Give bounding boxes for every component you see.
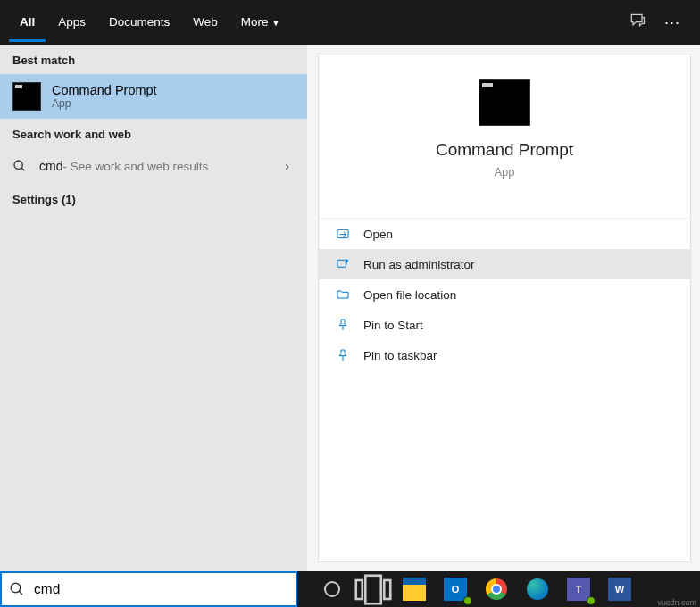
filter-bar: All Apps Documents Web More▼ ··· (0, 0, 700, 45)
search-work-web-header: Search work and web (0, 119, 307, 148)
svg-point-0 (14, 161, 22, 169)
search-icon (9, 581, 25, 597)
settings-header[interactable]: Settings (1) (0, 184, 307, 213)
preview-title: Command Prompt (328, 140, 681, 160)
bottom-row: O T W vucdn.com (0, 571, 700, 607)
file-explorer-icon (403, 578, 426, 601)
status-badge (587, 596, 596, 605)
filter-more[interactable]: More▼ (230, 3, 291, 42)
word-icon: W (608, 578, 631, 601)
action-label: Pin to taskbar (363, 349, 438, 362)
svg-rect-8 (384, 580, 390, 599)
svg-rect-2 (338, 229, 348, 237)
action-pin-taskbar[interactable]: Pin to taskbar (319, 340, 690, 370)
search-web-result[interactable]: cmd - See work and web results › (0, 148, 307, 184)
more-options-icon[interactable]: ··· (664, 13, 680, 32)
taskbar: O T W (297, 571, 700, 607)
web-hint: - See work and web results (62, 160, 208, 173)
cortana-icon (324, 581, 340, 597)
cortana-button[interactable] (313, 571, 351, 607)
filter-web[interactable]: Web (182, 3, 229, 42)
filter-apps[interactable]: Apps (47, 3, 96, 42)
feedback-icon[interactable] (629, 12, 646, 33)
search-box[interactable] (0, 571, 297, 607)
preview-header: Command Prompt App (319, 54, 690, 191)
task-view-icon (354, 574, 392, 605)
taskbar-teams[interactable]: T (560, 571, 597, 607)
chevron-down-icon: ▼ (272, 19, 280, 28)
cmd-icon (12, 82, 41, 111)
top-right-controls: ··· (629, 12, 680, 33)
result-title: Command Prompt (52, 83, 295, 97)
results-panel: Best match Command Prompt App Search wor… (0, 45, 307, 571)
taskbar-outlook[interactable]: O (437, 571, 474, 607)
action-pin-start[interactable]: Pin to Start (319, 310, 690, 340)
best-match-header: Best match (0, 45, 307, 74)
taskbar-word[interactable]: W (601, 571, 638, 607)
svg-point-4 (11, 583, 21, 593)
status-badge (463, 596, 472, 605)
cmd-large-icon (479, 79, 530, 126)
action-label: Open (363, 228, 393, 241)
action-run-admin[interactable]: Run as administrator (319, 249, 690, 279)
taskbar-edge[interactable] (519, 571, 556, 607)
edge-icon (527, 578, 548, 600)
open-icon (335, 227, 351, 241)
chevron-right-icon: › (285, 159, 289, 173)
svg-rect-7 (365, 575, 381, 603)
taskbar-file-explorer[interactable] (396, 571, 433, 607)
action-label: Pin to Start (363, 319, 423, 332)
svg-rect-6 (356, 580, 362, 599)
result-subtitle: App (52, 97, 295, 110)
preview-subtitle: App (328, 165, 681, 179)
filter-tabs: All Apps Documents Web More▼ (9, 3, 629, 42)
watermark: vucdn.com (657, 598, 696, 607)
folder-icon (335, 287, 351, 302)
filter-all[interactable]: All (9, 3, 46, 42)
action-label: Open file location (363, 288, 456, 302)
action-open[interactable]: Open (319, 219, 690, 249)
svg-line-1 (21, 168, 24, 170)
web-query: cmd (39, 159, 62, 173)
svg-line-5 (19, 591, 22, 595)
action-label: Run as administrator (363, 258, 475, 271)
preview-panel: Command Prompt App Open Run as administr… (318, 54, 691, 562)
result-text: Command Prompt App (52, 83, 295, 110)
search-icon (12, 159, 27, 173)
filter-documents[interactable]: Documents (98, 3, 180, 42)
chrome-icon (486, 578, 507, 600)
search-input[interactable] (34, 581, 288, 597)
result-command-prompt[interactable]: Command Prompt App (0, 74, 307, 119)
action-open-location[interactable]: Open file location (319, 279, 690, 310)
pin-taskbar-icon (335, 348, 351, 362)
action-list: Open Run as administrator Open file loca… (319, 218, 690, 370)
admin-icon (335, 257, 351, 271)
main-area: Best match Command Prompt App Search wor… (0, 45, 700, 571)
pin-start-icon (335, 318, 351, 332)
taskbar-chrome[interactable] (478, 571, 515, 607)
svg-rect-3 (338, 260, 346, 267)
task-view-button[interactable] (354, 571, 392, 607)
